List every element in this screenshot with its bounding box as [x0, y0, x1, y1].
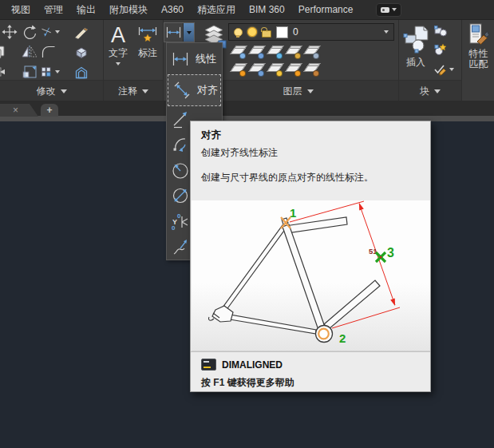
command-row: DIMALIGNED — [201, 359, 283, 371]
close-icon[interactable]: × — [13, 105, 18, 116]
menu-item-6[interactable]: 精选应用 — [197, 3, 235, 17]
layer-tools-grid — [229, 43, 323, 78]
layer-select[interactable]: 0 — [228, 23, 394, 41]
dim-aligned-label: 对齐 — [197, 83, 218, 97]
current-layer-name: 0 — [293, 26, 379, 38]
layer-color-swatch[interactable] — [276, 26, 288, 38]
chevron-down-icon — [449, 68, 454, 71]
dim-arc-length-icon — [171, 135, 190, 154]
dimension-dropdown-arrow[interactable] — [183, 23, 194, 42]
insert-block-icon — [403, 26, 429, 54]
tooltip-footer: DIMALIGNED 按 F1 键获得更多帮助 — [191, 351, 430, 393]
explode-button[interactable] — [73, 44, 93, 60]
dim-aligned-item[interactable]: 对齐 — [168, 74, 221, 106]
match-properties-button[interactable]: 特性 匹配 — [463, 22, 494, 69]
panel-label-annotate-text: 注释 — [118, 85, 137, 98]
file-tab[interactable]: × — [0, 104, 38, 117]
autocad-window: 视图管理输出附加模块A360精选应用BIM 360Performance 修改 … — [0, 0, 494, 448]
chevron-down-icon[interactable] — [384, 30, 389, 34]
match-properties-icon — [468, 22, 490, 47]
layer-on-icon[interactable] — [234, 28, 243, 37]
edit-attributes-button[interactable] — [433, 42, 448, 56]
menu-item-1[interactable]: 视图 — [11, 3, 30, 17]
menu-item-8[interactable]: Performance — [298, 4, 354, 15]
tooltip-description: 创建与尺寸界线的原点对齐的线性标注。 — [201, 171, 373, 184]
menu-item-4[interactable]: 附加模块 — [109, 3, 148, 17]
erase-button[interactable] — [73, 24, 93, 40]
chevron-down-icon — [116, 62, 121, 65]
camera-icon — [381, 7, 389, 13]
aligned-dimension-tooltip: 对齐 创建对齐线性标注 创建与尺寸界线的原点对齐的线性标注。 — [190, 121, 431, 392]
dim-jogged-icon — [171, 237, 190, 256]
dimension-split-button[interactable] — [164, 22, 195, 42]
chevron-down-icon — [187, 31, 192, 34]
app-menu-icon[interactable] — [376, 3, 401, 17]
copy-button[interactable] — [0, 44, 10, 60]
file-tab-bar: × + — [0, 101, 494, 121]
text-button[interactable]: A 文字 — [105, 24, 131, 65]
dimension-button[interactable]: 标注 — [134, 26, 161, 60]
menu-item-2[interactable]: 管理 — [44, 3, 63, 17]
layer-thaw-icon[interactable] — [247, 27, 257, 37]
chevron-down-icon — [142, 89, 148, 93]
rotate-button[interactable] — [22, 24, 41, 40]
menu-bar: 视图管理输出附加模块A360精选应用BIM 360Performance — [0, 0, 494, 20]
panel-label-layers-text: 图层 — [283, 85, 302, 98]
layer-unisolate-button[interactable] — [247, 61, 266, 78]
panel-label-block[interactable]: 块 — [399, 80, 461, 101]
panel-modify: 修改 — [0, 20, 104, 101]
mirror-button[interactable] — [22, 44, 41, 60]
text-button-label: 文字 — [109, 46, 128, 60]
block-editor-button[interactable] — [432, 62, 456, 76]
dim-ordinate-icon: Y00 — [171, 212, 190, 231]
fillet-button[interactable] — [41, 44, 60, 60]
layer-thaw-all-button[interactable] — [266, 61, 284, 78]
tooltip-subtitle: 创建对齐线性标注 — [201, 146, 278, 160]
scale-button[interactable] — [22, 64, 41, 80]
trim-button[interactable] — [41, 24, 60, 40]
menu-item-7[interactable]: BIM 360 — [249, 4, 285, 15]
menu-item-5[interactable]: A360 — [161, 4, 184, 15]
panel-label-modify[interactable]: 修改 — [0, 80, 103, 101]
svg-text:0: 0 — [172, 224, 176, 231]
text-icon: A — [111, 24, 125, 46]
dim-linear-label: 线性 — [196, 52, 216, 66]
point-label-2: 2 — [339, 331, 346, 345]
chevron-down-icon — [307, 89, 314, 93]
create-block-button[interactable] — [433, 25, 448, 38]
layer-isolate-button[interactable] — [247, 43, 266, 61]
layer-on-all-button[interactable] — [229, 61, 247, 78]
panel-layers: 0 图层 — [198, 20, 399, 101]
layer-unlock-icon[interactable] — [262, 30, 271, 38]
match-properties-label-2: 匹配 — [469, 59, 488, 69]
help-hint: 按 F1 键获得更多帮助 — [201, 376, 294, 390]
dimension-button-label: 标注 — [138, 46, 157, 60]
chevron-down-icon — [55, 30, 60, 34]
layer-off-button[interactable] — [229, 43, 247, 61]
point-label-1: 1 — [290, 206, 296, 220]
dim-radius-icon — [171, 161, 190, 180]
layer-make-current-button[interactable] — [302, 43, 321, 61]
dim-linear-item[interactable]: 线性 — [167, 43, 222, 74]
insert-block-button[interactable]: 插入 — [402, 26, 429, 69]
insert-block-label: 插入 — [406, 56, 425, 69]
linear-dimension-icon[interactable] — [164, 23, 183, 42]
layer-freeze-button[interactable] — [266, 43, 284, 61]
new-tab-button[interactable]: + — [41, 104, 58, 117]
layer-match-button[interactable] — [302, 61, 321, 78]
layer-unlock-button[interactable] — [284, 61, 302, 78]
chevron-down-icon — [434, 89, 441, 93]
array-button[interactable] — [41, 64, 60, 80]
stretch-button[interactable] — [0, 64, 10, 80]
panel-label-annotate[interactable]: 注释 — [104, 80, 163, 101]
offset-button[interactable] — [73, 64, 93, 80]
panel-label-layers[interactable]: 图层 — [198, 80, 398, 101]
dim-aligned-icon — [172, 81, 192, 100]
menu-item-3[interactable]: 输出 — [77, 3, 96, 17]
panel-match-properties: 特性 匹配 — [463, 20, 494, 101]
tooltip-figure: 51 1 2 3 — [192, 200, 430, 351]
layer-lock-button[interactable] — [284, 43, 302, 61]
block-editor-icon — [433, 63, 447, 76]
move-button[interactable] — [2, 24, 21, 40]
chevron-down-icon — [61, 89, 67, 93]
